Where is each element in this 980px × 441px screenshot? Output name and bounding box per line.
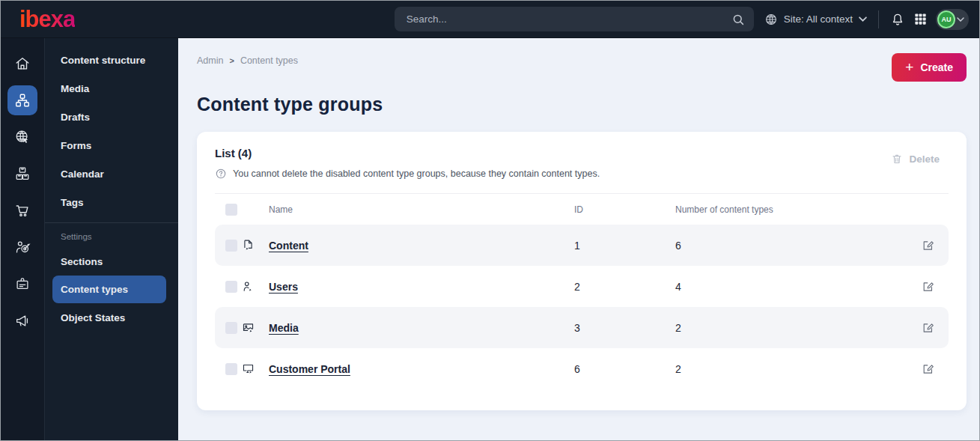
users-icon: [242, 280, 269, 293]
group-id: 1: [574, 240, 675, 252]
topbar-right-cluster: Site: All context AU: [764, 9, 969, 30]
group-count: 4: [675, 281, 917, 293]
edit-icon[interactable]: [917, 362, 938, 375]
row-checkbox[interactable]: [225, 240, 237, 252]
row-checkbox[interactable]: [225, 322, 237, 334]
globe-icon: [764, 13, 778, 26]
sidebar-divider: [45, 222, 178, 223]
sidebar-item-content-structure[interactable]: Content structure: [45, 46, 178, 74]
search-icon[interactable]: [731, 13, 745, 26]
plus-icon: +: [905, 60, 913, 74]
trash-icon: [891, 153, 903, 165]
list-info-text: You cannot delete the disabled content t…: [233, 168, 600, 179]
group-id: 3: [574, 322, 675, 334]
column-header-id: ID: [574, 204, 675, 215]
group-count: 2: [675, 322, 917, 334]
edit-icon[interactable]: [917, 321, 938, 334]
edit-icon[interactable]: [917, 239, 938, 252]
search-input[interactable]: [407, 13, 731, 25]
user-menu-chevron-icon: [957, 17, 964, 22]
table-row: Content 1 6: [215, 225, 949, 266]
select-all-checkbox[interactable]: [225, 204, 237, 216]
content-structure-icon[interactable]: [7, 85, 37, 115]
icon-rail: [1, 38, 45, 440]
sidebar-item-media[interactable]: Media: [45, 74, 178, 103]
sidebar-item-drafts[interactable]: Drafts: [45, 103, 178, 131]
group-name-link[interactable]: Customer Portal: [269, 363, 574, 375]
table-row: Customer Portal 6 2: [215, 348, 949, 389]
breadcrumb-separator: >: [229, 56, 234, 65]
sidebar-settings-label: Settings: [45, 228, 178, 247]
list-title: List (4): [215, 147, 600, 159]
create-button[interactable]: + Create: [892, 53, 967, 82]
media-image-icon: [242, 321, 269, 334]
site-globe-icon[interactable]: [7, 122, 37, 152]
create-button-label: Create: [920, 61, 953, 73]
user-menu[interactable]: AU: [936, 9, 969, 30]
group-id: 6: [574, 363, 675, 375]
delete-button-label: Delete: [909, 153, 940, 165]
main-content: Admin > Content types + Create Content t…: [178, 38, 979, 440]
site-context-label: Site: All context: [784, 13, 853, 25]
topbar-divider: [878, 10, 879, 28]
group-name-link[interactable]: Content: [269, 240, 574, 252]
commerce-cart-icon[interactable]: [7, 195, 37, 225]
table-header-row: Name ID Number of content types: [215, 193, 949, 225]
avatar: AU: [937, 10, 955, 28]
row-checkbox[interactable]: [225, 363, 237, 375]
customer-portal-monitor-icon: [242, 362, 269, 375]
table-row: Media 3 2: [215, 307, 949, 348]
group-count: 2: [675, 363, 917, 375]
column-header-name: Name: [269, 204, 574, 215]
group-name-link[interactable]: Media: [269, 322, 574, 334]
content-type-groups-table: Name ID Number of content types: [215, 193, 949, 389]
site-context-selector[interactable]: Site: All context: [764, 13, 867, 26]
page-title: Content type groups: [197, 94, 967, 115]
sidebar-item-tags[interactable]: Tags: [45, 188, 178, 216]
delete-button[interactable]: Delete: [891, 153, 940, 165]
row-checkbox[interactable]: [225, 281, 237, 293]
product-catalog-icon[interactable]: [7, 159, 37, 189]
group-count: 6: [675, 240, 917, 252]
content-file-icon: [242, 239, 269, 252]
sidebar-item-calendar[interactable]: Calendar: [45, 159, 178, 188]
breadcrumb: Admin > Content types: [197, 55, 298, 66]
table-row: Users 2 4: [215, 266, 949, 307]
app-grid-icon[interactable]: [913, 12, 928, 26]
ibexa-logo[interactable]: ibexa: [19, 7, 75, 31]
home-icon[interactable]: [7, 49, 37, 79]
personalization-target-icon[interactable]: [7, 232, 37, 262]
edit-icon[interactable]: [917, 280, 938, 293]
app-window: ibexa Site: All context: [0, 0, 980, 441]
campaign-megaphone-icon[interactable]: [7, 305, 37, 335]
breadcrumb-admin[interactable]: Admin: [197, 55, 223, 66]
group-id: 2: [574, 281, 675, 293]
sidebar-item-forms[interactable]: Forms: [45, 131, 178, 159]
corporate-badge-icon[interactable]: [7, 269, 37, 299]
sidebar-item-object-states[interactable]: Object States: [45, 303, 178, 332]
sidebar-menu: Content structure Media Drafts Forms Cal…: [45, 38, 178, 440]
sidebar-item-sections[interactable]: Sections: [45, 247, 178, 276]
breadcrumb-current: Content types: [240, 55, 298, 66]
chevron-down-icon: [859, 16, 867, 22]
column-header-count: Number of content types: [675, 204, 917, 215]
help-question-icon: [215, 168, 227, 180]
notifications-bell-icon[interactable]: [890, 12, 905, 27]
sidebar-item-content-types[interactable]: Content types: [52, 276, 166, 303]
group-name-link[interactable]: Users: [269, 281, 574, 293]
global-search[interactable]: [395, 7, 754, 31]
content-type-groups-card: List (4) You cannot delete the disabled …: [197, 132, 967, 410]
top-bar: ibexa Site: All context: [1, 1, 979, 38]
